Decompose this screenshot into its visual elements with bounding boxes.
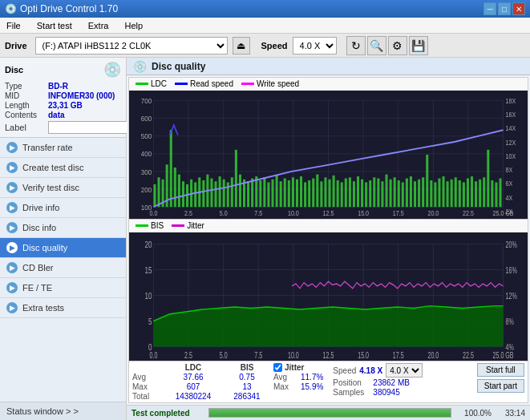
speed-select[interactable]: 4.0 X [293,37,337,55]
start-full-button[interactable]: Start full [477,363,524,377]
svg-rect-53 [182,181,184,207]
sidebar-item-label-transfer-rate: Transfer rate [22,143,73,152]
minimize-button[interactable]: ─ [483,2,496,15]
total-label: Total [132,392,156,401]
drivebar: Drive (F:) ATAPI iHBS112 2 CL0K ⏏ Speed … [0,34,530,58]
svg-rect-84 [308,180,310,207]
drive-info-icon: ▶ [6,202,18,213]
sidebar-item-label-disc-info: Disc info [22,223,56,232]
svg-rect-102 [381,181,383,207]
svg-rect-60 [210,179,212,208]
svg-rect-99 [369,180,371,207]
svg-rect-65 [231,177,233,207]
svg-text:12.5: 12.5 [323,351,334,361]
disc-length-value: 23,31 GB [48,101,83,110]
total-bis: 286341 [230,392,264,401]
svg-text:25.0 GB: 25.0 GB [493,351,514,361]
titlebar: 💿 Opti Drive Control 1.70 ─ □ ✕ [0,0,530,18]
sidebar-item-cd-bler[interactable]: ▶ CD Bler [0,258,126,278]
sidebar-item-transfer-rate[interactable]: ▶ Transfer rate [0,138,126,158]
jitter-check-row: Jitter [273,363,323,372]
svg-rect-74 [267,182,269,207]
disc-mid-value: INFOMER30 (000) [48,91,115,100]
svg-rect-105 [394,177,396,207]
sidebar-item-extra-tests[interactable]: ▶ Extra tests [0,298,126,318]
speed-setting-select[interactable]: 4.0 X [386,363,423,378]
bis-header: BIS [230,363,264,372]
jitter-checkbox[interactable] [273,363,282,372]
svg-rect-62 [219,176,221,207]
svg-rect-76 [276,176,278,207]
legend-read-label: Read speed [190,79,233,88]
disc-scan-icon[interactable]: 🔍 [367,36,386,55]
svg-rect-97 [361,180,363,207]
status-text: Test completed [131,409,204,418]
svg-rect-51 [174,168,176,207]
svg-text:20.0: 20.0 [427,210,439,218]
svg-text:10X: 10X [506,152,516,160]
cd-bler-icon: ▶ [6,262,18,273]
disc-mid-label: MID [5,91,47,100]
svg-rect-90 [333,176,335,207]
max-label: Max [132,382,156,391]
sidebar-item-verify-test-disc[interactable]: ▶ Verify test disc [0,178,126,198]
menu-extra[interactable]: Extra [85,19,112,32]
svg-text:17.5: 17.5 [393,210,404,218]
svg-text:4X: 4X [506,194,513,202]
svg-text:22.5: 22.5 [463,210,474,218]
sidebar-item-create-test-disc[interactable]: ▶ Create test disc [0,158,126,178]
status-window-button[interactable]: Status window > > [0,402,126,420]
svg-text:20.0: 20.0 [427,351,439,361]
bottom-chart-legend: BIS Jitter [129,220,528,232]
elapsed-time: 33:14 [496,409,525,418]
svg-rect-109 [410,176,412,207]
svg-rect-103 [386,175,388,208]
position-row: Position 23862 MB [333,378,423,387]
svg-rect-112 [422,177,424,207]
samples-row: Samples 380945 [333,388,423,397]
save-icon[interactable]: 💾 [409,36,428,55]
svg-text:5.0: 5.0 [220,351,228,361]
svg-rect-81 [296,180,298,207]
legend-jitter-color [172,224,184,227]
start-part-button[interactable]: Start part [477,379,524,393]
svg-rect-58 [202,180,204,207]
svg-rect-46 [153,184,156,207]
sidebar-item-disc-quality[interactable]: ▶ Disc quality [0,238,126,258]
menu-help[interactable]: Help [121,19,146,32]
sidebar-item-disc-info[interactable]: ▶ Disc info [0,218,126,238]
stats-row: LDC BIS Avg 37.66 0.75 Max 607 13 Tota [129,361,528,402]
svg-text:8%: 8% [506,317,514,327]
titlebar-title: 💿 Opti Drive Control 1.70 [5,3,118,14]
legend-jitter-label: Jitter [187,221,204,230]
close-button[interactable]: ✕ [512,2,525,15]
refresh-icon[interactable]: ↻ [346,36,366,55]
svg-text:7.5: 7.5 [254,210,262,218]
disc-quality-header-icon: 💿 [133,60,147,73]
svg-rect-95 [353,181,355,207]
svg-text:16%: 16% [506,266,517,276]
start-buttons: Start full Start part [477,363,524,393]
settings-icon[interactable]: ⚙ [388,36,407,55]
svg-rect-88 [324,177,326,207]
sidebar-item-fe-te[interactable]: ▶ FE / TE [0,278,126,298]
drive-select[interactable]: (F:) ATAPI iHBS112 2 CL0K [35,37,228,55]
svg-text:0.0: 0.0 [150,210,158,218]
menu-file[interactable]: File [3,19,24,32]
svg-rect-114 [430,180,432,207]
svg-rect-79 [288,180,290,207]
svg-text:7.5: 7.5 [254,351,262,361]
maximize-button[interactable]: □ [498,2,511,15]
svg-rect-104 [390,180,392,207]
position-value: 23862 MB [373,378,410,387]
svg-rect-94 [349,177,351,207]
disc-section-title: Disc [5,65,23,75]
sidebar-item-drive-info[interactable]: ▶ Drive info [0,198,126,218]
eject-button[interactable]: ⏏ [233,37,250,55]
legend-jitter: Jitter [172,221,204,230]
svg-rect-100 [373,177,375,207]
svg-rect-111 [418,180,420,207]
menu-start-test[interactable]: Start test [34,19,75,32]
legend-bis-color [136,224,148,227]
svg-rect-107 [402,182,404,207]
